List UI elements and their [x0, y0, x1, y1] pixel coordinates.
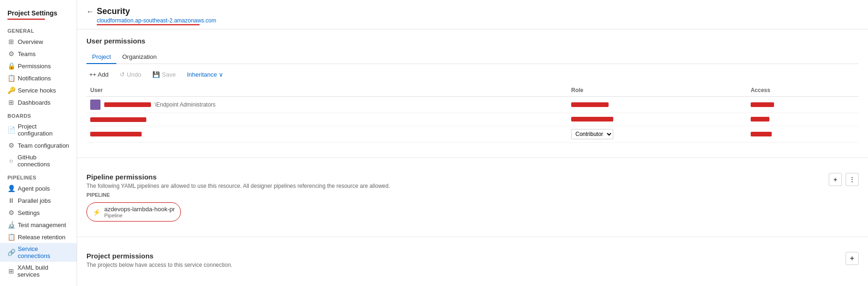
redacted-role2	[571, 117, 613, 122]
pipeline-name: azdevops-lambda-hook-pr	[104, 206, 175, 213]
sidebar-icon-github-connections: ○	[7, 157, 15, 164]
sidebar-item-settings[interactable]: ⚙Settings	[0, 207, 77, 219]
sidebar-item-service-connections[interactable]: 🔗Service connections	[0, 243, 77, 262]
user-cell	[86, 126, 567, 143]
sidebar-icon-project-config: 📄	[7, 126, 15, 134]
pipeline-item[interactable]: ⚡ azdevops-lambda-hook-pr Pipeline	[86, 202, 181, 222]
user-cell	[86, 113, 567, 126]
back-button[interactable]: ←	[86, 7, 94, 16]
redacted-username2	[90, 117, 146, 122]
sidebar-item-label: Notifications	[18, 75, 51, 82]
undo-button[interactable]: ↺ Undo	[117, 70, 144, 79]
pipeline-add-button[interactable]: +	[829, 173, 842, 186]
add-label: + Add	[93, 71, 109, 78]
redacted-access3	[751, 132, 772, 136]
sidebar-item-test-management[interactable]: 🔬Test management	[0, 219, 77, 231]
sidebar-item-label: Parallel jobs	[18, 197, 51, 204]
sidebar-icon-settings: ⚙	[7, 209, 15, 216]
sidebar-icon-parallel-jobs: ⏸	[7, 197, 15, 204]
pipeline-permissions-section: Pipeline permissions The following YAML …	[77, 165, 868, 229]
tab-project[interactable]: Project	[86, 50, 116, 64]
page-subtitle-underline	[97, 24, 200, 25]
sidebar-section-label: General	[0, 23, 77, 36]
sidebar-icon-overview: ⊞	[7, 38, 15, 45]
sidebar-item-agent-pools[interactable]: 👤Agent pools	[0, 182, 77, 194]
sidebar-item-label: Service connections	[18, 245, 69, 259]
pipeline-icon: ⚡	[93, 208, 100, 216]
sidebar-icon-xaml-build-services: ⊞	[7, 267, 14, 275]
inheritance-label: Inheritance	[187, 71, 217, 78]
sidebar-item-parallel-jobs[interactable]: ⏸Parallel jobs	[0, 194, 77, 207]
sidebar-title: Project Settings	[0, 6, 77, 19]
sidebar-item-dashboards[interactable]: ⊞Dashboards	[0, 96, 77, 108]
sidebar-item-label: Settings	[18, 209, 40, 216]
chevron-down-icon: ∨	[219, 71, 223, 78]
user-cell: \Endpoint Administrators	[86, 97, 567, 113]
user-col-header: User	[86, 85, 567, 97]
tab-organization[interactable]: Organization	[116, 50, 162, 64]
user-permissions-table: User Role Access \Endpoint Administrator…	[86, 85, 859, 143]
sidebar-item-overview[interactable]: ⊞Overview	[0, 36, 77, 48]
sidebar-item-release-retention[interactable]: 📋Release retention	[0, 231, 77, 243]
user-permissions-title: User permissions	[86, 37, 859, 45]
pipeline-type: Pipeline	[104, 213, 175, 218]
sidebar-icon-teams: ⚙	[7, 50, 15, 57]
sidebar-icon-team-config: ⚙	[7, 142, 15, 149]
role-dropdown[interactable]: Contributor	[571, 129, 613, 139]
save-label: Save	[162, 71, 176, 78]
access-col-header: Access	[747, 85, 859, 97]
project-permissions-desc: The projects below have access to this s…	[86, 262, 232, 268]
project-add-button[interactable]: +	[846, 252, 859, 265]
sidebar-item-xaml-build-services[interactable]: ⊞XAML build services	[0, 262, 77, 280]
page-subtitle: cloudformation.ap-southeast-2.amazonaws.…	[97, 17, 859, 24]
sidebar-item-service-hooks[interactable]: 🔑Service hooks	[0, 84, 77, 96]
sidebar: Project Settings General⊞Overview⚙Teams🔒…	[0, 0, 77, 286]
sidebar-item-project-config[interactable]: 📄Project configuration	[0, 121, 77, 139]
sidebar-item-label: Release retention	[18, 234, 65, 241]
sidebar-item-label: Permissions	[18, 63, 51, 70]
sidebar-icon-dashboards: ⊞	[7, 99, 15, 106]
redacted-role	[571, 102, 609, 107]
project-permissions-title: Project permissions	[86, 252, 232, 260]
table-row	[86, 113, 859, 126]
pipeline-permissions-title: Pipeline permissions	[86, 173, 390, 181]
pipeline-permissions-desc: The following YAML pipelines are allowed…	[86, 183, 390, 189]
pipeline-col-label: Pipeline	[86, 189, 859, 200]
save-button[interactable]: 💾 Save	[150, 70, 179, 79]
sidebar-item-label: Project configuration	[18, 123, 69, 137]
sidebar-title-underline	[7, 19, 45, 20]
add-button[interactable]: + + Add	[86, 70, 111, 79]
sidebar-item-label: Agent pools	[18, 185, 50, 192]
redacted-username	[104, 102, 151, 107]
sidebar-item-team-config[interactable]: ⚙Team configuration	[0, 139, 77, 151]
inheritance-button[interactable]: Inheritance ∨	[184, 70, 226, 79]
role-cell: Contributor	[567, 126, 747, 143]
role-cell	[567, 113, 747, 126]
sidebar-item-label: GitHub connections	[18, 154, 69, 168]
page-title: Security	[97, 7, 130, 16]
sidebar-section-label: Boards	[0, 108, 77, 121]
table-row: \Endpoint Administrators	[86, 97, 859, 113]
sidebar-item-label: Test management	[18, 222, 66, 229]
table-row: Contributor	[86, 126, 859, 143]
permissions-tabs: Project Organization	[86, 50, 859, 64]
sidebar-section-label: Pipelines	[0, 170, 77, 182]
sidebar-item-notifications[interactable]: 📋Notifications	[0, 72, 77, 84]
access-cell	[747, 126, 859, 143]
save-icon: 💾	[152, 71, 160, 78]
main-content: ← Security cloudformation.ap-southeast-2…	[77, 0, 868, 286]
permissions-toolbar: + + Add ↺ Undo 💾 Save Inheritance ∨	[86, 70, 859, 79]
user-permissions-section: User permissions Project Organization + …	[77, 29, 868, 150]
sidebar-item-permissions[interactable]: 🔒Permissions	[0, 60, 77, 72]
sidebar-item-label: Overview	[18, 38, 43, 45]
sidebar-icon-permissions: 🔒	[7, 62, 15, 70]
sidebar-icon-service-hooks: 🔑	[7, 86, 15, 94]
sidebar-item-label: Dashboards	[18, 99, 50, 106]
avatar	[90, 100, 100, 110]
pipeline-more-button[interactable]: ⋮	[846, 173, 859, 186]
sidebar-item-github-connections[interactable]: ○GitHub connections	[0, 151, 77, 170]
sidebar-item-label: Team configuration	[18, 142, 69, 149]
sidebar-item-teams[interactable]: ⚙Teams	[0, 48, 77, 60]
sidebar-icon-test-management: 🔬	[7, 221, 15, 229]
page-header: ← Security cloudformation.ap-southeast-2…	[77, 0, 868, 29]
